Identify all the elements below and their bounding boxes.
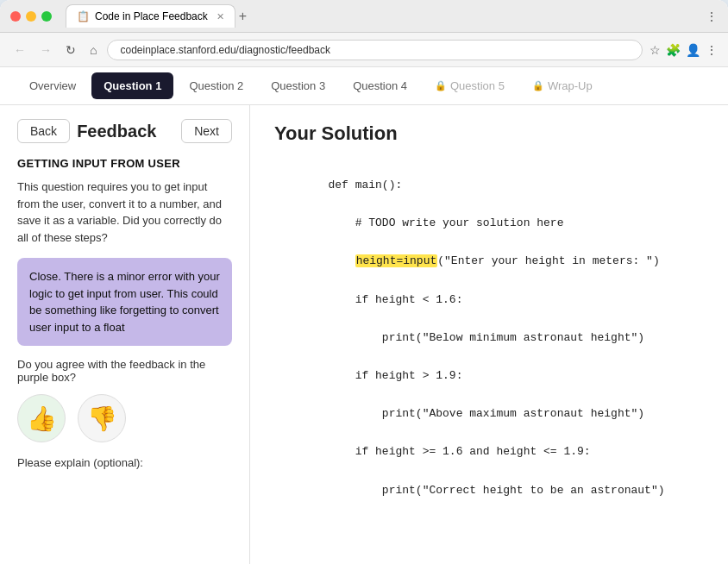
refresh-nav-button[interactable]: ↻ — [62, 41, 79, 59]
lock-icon-wrap: 🔒 — [532, 80, 544, 91]
address-bar-row: ← → ↻ ⌂ ☆ 🧩 👤 ⋮ — [0, 33, 728, 67]
tab-question1[interactable]: Question 1 — [91, 72, 173, 99]
tab-close-icon[interactable]: ✕ — [217, 11, 224, 22]
code-line-2: # TODO write your solution here — [328, 216, 563, 229]
tab-overview[interactable]: Overview — [17, 72, 88, 99]
code-line-6: if height > 1.9: — [328, 369, 462, 382]
toolbar-icons: ☆ 🧩 👤 ⋮ — [650, 43, 718, 57]
code-line-8: if height >= 1.6 and height <= 1.9: — [328, 445, 590, 458]
home-nav-button[interactable]: ⌂ — [86, 41, 100, 59]
tab-question3[interactable]: Question 3 — [259, 72, 337, 99]
tab-wrap-up-label: Wrap-Up — [548, 79, 593, 92]
code-block: def main(): # TODO write your solution h… — [274, 157, 704, 564]
tab-bar: 📋 Code in Place Feedback ✕ + — [66, 4, 699, 28]
forward-nav-button[interactable]: → — [36, 41, 55, 59]
tab-question2[interactable]: Question 2 — [177, 72, 255, 99]
tab-title: Code in Place Feedback — [95, 10, 208, 22]
nav-tabs: Overview Question 1 Question 2 Question … — [0, 67, 728, 105]
profile-icon[interactable]: 👤 — [686, 43, 700, 57]
new-tab-button[interactable]: + — [239, 9, 247, 24]
bookmark-icon[interactable]: ☆ — [650, 43, 661, 57]
right-panel: Your Solution def main(): # TODO write y… — [250, 105, 728, 564]
lock-icon-q5: 🔒 — [435, 80, 447, 91]
back-button[interactable]: Back — [17, 119, 70, 143]
tab-favicon-icon: 📋 — [77, 10, 90, 22]
thumbs-up-button[interactable]: 👍 — [17, 394, 66, 442]
section-description: This question requires you to get input … — [17, 179, 232, 246]
code-line-4: if height < 1.6: — [328, 293, 462, 306]
address-input[interactable] — [107, 40, 643, 60]
page-content: Back Feedback Next GETTING INPUT FROM US… — [0, 105, 728, 564]
code-line-5: print("Below minimum astronaut height") — [328, 331, 644, 344]
traffic-lights — [10, 11, 52, 22]
extension-icon[interactable]: 🧩 — [666, 43, 681, 57]
back-nav-button[interactable]: ← — [10, 41, 29, 59]
tab-wrap-up: 🔒 Wrap-Up — [520, 72, 605, 99]
code-line-3: height=input("Enter your height in meter… — [328, 254, 659, 267]
tab-question4[interactable]: Question 4 — [341, 72, 419, 99]
solution-title: Your Solution — [274, 122, 704, 145]
close-button[interactable] — [10, 11, 21, 22]
highlight-height-input: height=input — [355, 254, 438, 267]
maximize-button[interactable] — [41, 11, 52, 22]
browser-window: 📋 Code in Place Feedback ✕ + ⋮ ← → ↻ ⌂ ☆… — [0, 0, 728, 564]
browser-menu-icon[interactable]: ⋮ — [706, 9, 718, 23]
thumbs-row: 👍 👎 — [17, 394, 232, 442]
code-line-7: print("Above maximum astronaut height") — [328, 407, 644, 420]
tab-question5-label: Question 5 — [450, 79, 505, 92]
code-line-9: print("Correct height to be an astronaut… — [328, 484, 664, 497]
section-title: GETTING INPUT FROM USER — [17, 157, 232, 170]
explain-label: Please explain (optional): — [17, 456, 232, 469]
feedback-header: Back Feedback Next — [17, 119, 232, 143]
title-bar: 📋 Code in Place Feedback ✕ + ⋮ — [0, 0, 728, 33]
left-panel: Back Feedback Next GETTING INPUT FROM US… — [0, 105, 250, 564]
thumbs-down-button[interactable]: 👎 — [78, 394, 126, 442]
agree-question: Do you agree with the feedback in the pu… — [17, 358, 232, 384]
feedback-box: Close. There is a minor error with your … — [17, 258, 232, 346]
active-browser-tab[interactable]: 📋 Code in Place Feedback ✕ — [66, 4, 235, 28]
tab-question5: 🔒 Question 5 — [423, 72, 517, 99]
next-button[interactable]: Next — [181, 119, 232, 143]
code-line-1: def main(): — [328, 179, 402, 191]
more-options-icon[interactable]: ⋮ — [706, 43, 718, 57]
minimize-button[interactable] — [26, 11, 36, 22]
page-title: Feedback — [77, 122, 174, 141]
